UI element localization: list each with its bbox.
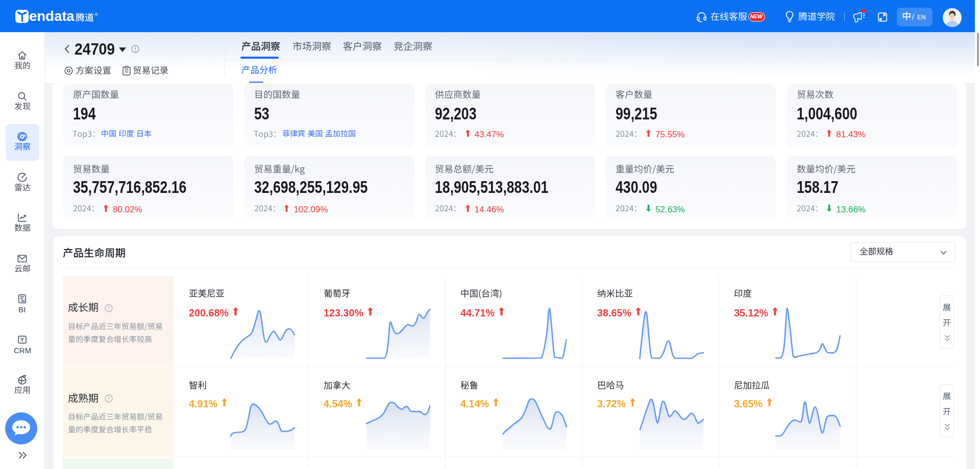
svg-text:BI: BI: [21, 299, 25, 303]
